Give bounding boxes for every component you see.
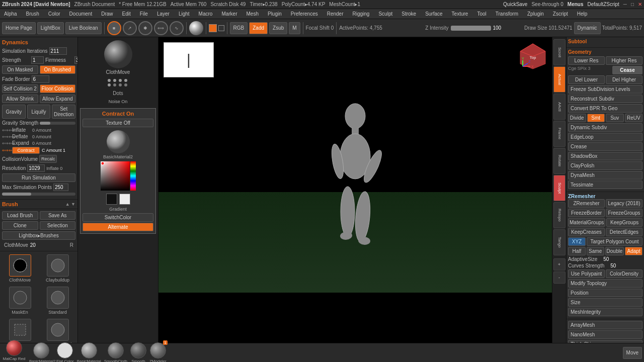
max-sim-points-input[interactable] [53, 184, 68, 191]
actual-btn[interactable]: Actual [553, 66, 566, 93]
scroll-btn-1[interactable]: Scroll [553, 39, 566, 65]
z-intensity-slider[interactable] [451, 26, 491, 31]
m-btn[interactable]: M [289, 22, 300, 34]
nano-mesh-btn[interactable]: NanoMesh [568, 330, 642, 339]
freeze-border-btn[interactable]: FreezeBorder [568, 209, 605, 217]
live-boolean-btn[interactable]: Live Boolean [65, 22, 102, 34]
draw-mode-btn-5[interactable]: ∿ [170, 21, 184, 35]
menu-edit[interactable]: Edit [120, 11, 133, 17]
material-sphere-btn[interactable] [189, 21, 203, 35]
keep-groups-btn[interactable]: KeepGroups [606, 218, 642, 227]
white-swatch[interactable] [119, 194, 130, 205]
menu-alpha[interactable]: Alpha [2, 11, 19, 17]
adapt-btn[interactable]: Adapt [625, 247, 642, 255]
smt-btn[interactable]: Smt [587, 114, 605, 122]
position-btn[interactable]: Position [568, 289, 642, 297]
menu-texture[interactable]: Texture [450, 11, 470, 17]
draw-mode-btn-1[interactable]: ■ [107, 21, 121, 35]
menu-document[interactable]: Document [67, 11, 95, 17]
maximize-icon[interactable]: □ [631, 2, 634, 7]
mat-basic[interactable]: BasicMaterial [77, 342, 101, 363]
reuv-btn[interactable]: ReUV [625, 114, 643, 122]
convert-bpr-btn[interactable]: Convert BPR To Geo [568, 104, 642, 113]
lower-res-btn[interactable]: Lower Res [568, 56, 605, 65]
resolution-input[interactable] [27, 164, 45, 172]
plus-icon[interactable]: + [553, 258, 566, 270]
menu-transform[interactable]: Transform [494, 11, 520, 17]
menu-file[interactable]: File [138, 11, 150, 17]
basic2-thumb[interactable] [33, 342, 49, 358]
menu-zplugin[interactable]: Zplugin [525, 11, 546, 17]
default-script-btn[interactable]: DefaultZScript [588, 2, 619, 7]
run-simulation-btn[interactable]: Run Simulation [2, 173, 75, 182]
draw-mode-btn-3[interactable]: ✱ [138, 21, 152, 35]
menu-tool[interactable]: Tool [475, 11, 488, 17]
brush-collapse-btn[interactable]: ▲ ▼ [65, 202, 75, 207]
on-masked-btn[interactable]: On Masked [2, 65, 38, 74]
brush-random-icon[interactable]: R [70, 242, 73, 248]
rgb-btn[interactable]: RGB [230, 22, 248, 34]
menu-color[interactable]: Color [46, 11, 62, 17]
sim-iter-input[interactable] [49, 47, 67, 55]
use-polypaint-btn[interactable]: Use Polypaint [568, 269, 605, 278]
menu-help[interactable]: Help [575, 11, 590, 17]
reconstruct-subdiv-btn[interactable]: Reconstruct Subdiv [568, 95, 642, 103]
selection-btn[interactable]: Selection [40, 221, 76, 230]
matcap-thumb[interactable] [6, 340, 22, 356]
gravity-btn[interactable]: Gravity [2, 105, 26, 119]
cease-btn[interactable]: Cease [612, 66, 642, 74]
home-page-btn[interactable]: Home Page [2, 22, 36, 34]
tessimate-btn[interactable]: Tessimate [568, 180, 642, 189]
allow-shrink-btn[interactable]: Allow Shrink [2, 95, 38, 103]
size-btn[interactable]: Size [568, 298, 642, 307]
menu-plugin[interactable]: Plugin [266, 11, 284, 17]
array-mesh-btn[interactable]: ArrayMesh [568, 321, 642, 329]
contract-btn[interactable]: Contract [12, 147, 40, 154]
nav-cube[interactable]: Top X Y Z [518, 41, 548, 71]
claypolish-btn[interactable]: ClayPolish [568, 161, 642, 170]
gravity-strength-slider[interactable] [40, 122, 75, 125]
dynamic-subdiv-btn[interactable]: Dynamic Subdiv [568, 123, 642, 132]
lightbox-brushes-btn[interactable]: Lightbox▸Brushes [2, 231, 75, 240]
menu-marker[interactable]: Marker [219, 11, 239, 17]
mat-basic2[interactable]: BasicMaterial2 [29, 342, 53, 363]
basic-thumb[interactable] [81, 342, 97, 358]
suv-btn[interactable]: Suv [606, 114, 624, 122]
menu-macro[interactable]: Macro [197, 11, 215, 17]
menu-sculpt[interactable]: Sculpt [376, 11, 394, 17]
dynamesh-btn[interactable]: DynaMesh [568, 171, 642, 179]
minus-icon[interactable]: - [553, 272, 566, 284]
zsub-btn[interactable]: Zsub [269, 22, 287, 34]
switch-color-btn[interactable]: SwitchColor [83, 213, 153, 222]
alternate-btn[interactable]: Alternate [83, 223, 153, 231]
edgeloop-btn[interactable]: EdgeLoop [568, 133, 642, 141]
draw-mode-btn-2[interactable]: ↗ [123, 21, 137, 35]
aactl-btn[interactable]: AActl [553, 94, 566, 120]
menu-draw[interactable]: Draw [99, 11, 115, 17]
same-btn[interactable]: Same [587, 247, 604, 255]
smoothcloth-thumb[interactable] [108, 342, 124, 358]
mesh-integrity-btn[interactable]: MeshIntegrity [568, 308, 642, 316]
lightbox-btn[interactable]: LightBox [37, 22, 64, 34]
mat-smooth[interactable]: Smooth [130, 342, 146, 363]
menu-zscript[interactable]: Zscript [551, 11, 570, 17]
brush-clothmove[interactable]: ClothMove [2, 253, 38, 284]
recalc-btn[interactable]: Recalc [39, 155, 57, 163]
clone-btn[interactable]: Clone [2, 221, 38, 230]
sculpt-btn-2[interactable]: Sculpt [553, 175, 566, 201]
hue-strip[interactable] [130, 161, 136, 191]
menu-render[interactable]: Render [325, 11, 346, 17]
brush-masken[interactable]: MaskEn [2, 286, 38, 316]
self-collision-btn[interactable]: Self Collision 2 [2, 84, 38, 93]
freeze-groups-btn[interactable]: FreezeGroups [606, 209, 642, 217]
smooth-thumb[interactable] [130, 342, 146, 358]
max-sim-points-slider[interactable] [2, 193, 75, 196]
move-btn[interactable]: Move [623, 347, 642, 359]
brush-claybuildup[interactable]: Claybuildup [40, 253, 75, 284]
brush-damstandard[interactable]: DamStandard [40, 318, 75, 343]
foreground-color-swatch[interactable] [209, 24, 217, 32]
minimize-icon[interactable]: ─ [623, 2, 627, 7]
rotate-btn[interactable]: Rotate [553, 148, 566, 174]
canvas-area[interactable]: | [158, 37, 552, 343]
mat-matcap[interactable]: MatCap Red Wax [2, 340, 26, 362]
